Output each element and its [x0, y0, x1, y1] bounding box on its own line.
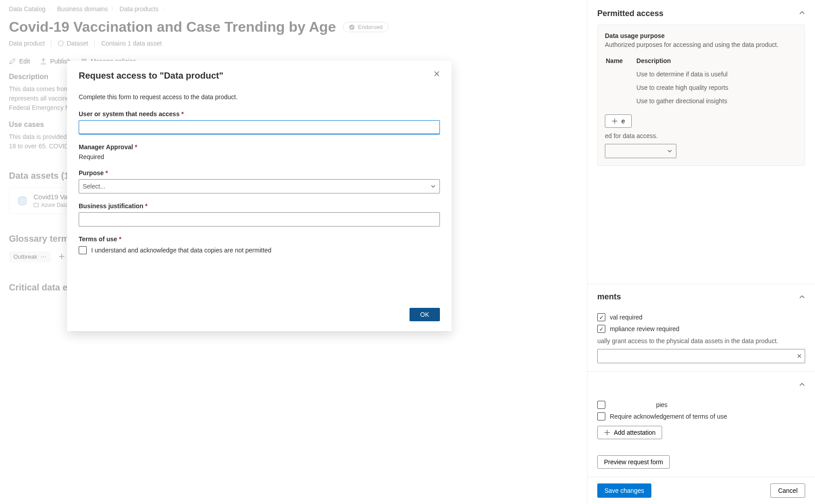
plus-icon: [604, 429, 610, 436]
cube-icon: [58, 40, 64, 46]
checkmark-circle-icon: [349, 24, 355, 30]
kind-label: Data product: [9, 40, 45, 47]
duration-note: ed for data access.: [605, 132, 798, 139]
more-icon[interactable]: ⋯: [41, 253, 46, 260]
type-label: Dataset: [58, 40, 88, 47]
checkbox-checked-icon[interactable]: [597, 313, 605, 321]
chevron-right-icon: 〉: [162, 6, 167, 12]
grant-access-input[interactable]: ✕: [597, 349, 805, 363]
justification-label: Business justification: [79, 202, 144, 210]
plus-icon: [612, 118, 618, 124]
publish-button[interactable]: Publish: [40, 58, 71, 65]
pencil-icon: [9, 58, 16, 65]
svg-rect-4: [34, 203, 38, 207]
require-ack-row[interactable]: Require acknowledgement of terms of use: [597, 412, 805, 420]
meta-row: Data product Dataset Contains 1 data ass…: [9, 40, 578, 47]
table-row: Use to determine if data is useful: [606, 68, 797, 80]
usage-purpose-title: Data usage purpose: [605, 32, 798, 39]
clear-icon[interactable]: ✕: [797, 353, 802, 360]
user-input[interactable]: [79, 120, 440, 134]
chevron-down-icon: [431, 184, 436, 189]
modal-intro: Complete this form to request access to …: [79, 93, 440, 101]
user-label: User or system that needs access: [79, 110, 180, 118]
table-row: Use to gather directional insights: [606, 95, 797, 107]
table-row: Use to create high quality reports: [606, 81, 797, 94]
tou-text: I understand and acknowledge that data c…: [91, 247, 271, 254]
close-icon: [434, 71, 440, 77]
asset-icon: [17, 195, 28, 206]
crumb-data-catalog[interactable]: Data Catalog: [9, 5, 46, 13]
cancel-button[interactable]: Cancel: [770, 483, 805, 498]
endorsed-badge: Endorsed: [343, 22, 388, 32]
terms-header[interactable]: Terms of use: [587, 372, 815, 397]
requirements-header[interactable]: ments: [587, 284, 815, 310]
side-panel: Permitted access Data usage purpose Auth…: [587, 0, 815, 504]
manager-value: Required: [79, 153, 440, 160]
purpose-select[interactable]: Select...: [79, 179, 440, 193]
approval-required-row[interactable]: val required: [597, 313, 805, 321]
breadcrumb: Data Catalog 〉 Business domains 〉 Data p…: [9, 5, 578, 13]
tou-label: Terms of use: [79, 235, 117, 243]
checkbox-checked-icon[interactable]: [597, 325, 605, 333]
edit-button[interactable]: Edit: [9, 58, 30, 65]
permitted-access-title: Permitted access: [597, 9, 663, 18]
chevron-up-icon: [799, 294, 805, 300]
chevron-right-icon: 〉: [49, 6, 54, 12]
chevron-up-icon: [799, 10, 805, 16]
chevron-up-icon: [799, 382, 805, 388]
chevron-right-icon: 〉: [111, 6, 116, 12]
close-button[interactable]: [434, 71, 440, 79]
page-title: Covid-19 Vaccination and Case Trending b…: [9, 19, 336, 35]
duration-select[interactable]: [605, 144, 676, 158]
checkbox-icon[interactable]: [79, 246, 87, 254]
chevron-down-icon: [667, 148, 672, 154]
checkbox-icon[interactable]: [597, 401, 605, 409]
contains-label: Contains 1 data asset: [101, 40, 161, 47]
ok-button[interactable]: OK: [410, 308, 440, 321]
col-name: Name: [606, 55, 636, 67]
usage-purpose-box: Data usage purpose Authorized purposes f…: [597, 25, 805, 166]
datalake-icon: [34, 202, 39, 208]
purpose-label: Purpose: [79, 169, 104, 176]
no-copies-row[interactable]: No data copiespies: [597, 401, 805, 409]
modal-title: Request access to "Data product": [79, 71, 224, 81]
upload-icon: [40, 58, 47, 65]
col-desc: Description: [637, 55, 797, 67]
grant-access-note: ually grant access to the physical data …: [597, 337, 805, 344]
crumb-data-products[interactable]: Data products: [119, 5, 158, 13]
compliance-review-row[interactable]: mpliance review required: [597, 325, 805, 333]
crumb-business-domains[interactable]: Business domains: [57, 5, 108, 13]
collapse-button[interactable]: [799, 10, 805, 17]
justification-input[interactable]: [79, 212, 440, 227]
add-attestation-button[interactable]: Add attestation: [597, 426, 662, 439]
glossary-chip[interactable]: Outbreak⋯: [9, 251, 51, 262]
preview-request-button[interactable]: Preview request form: [597, 455, 670, 469]
requirements-title: ments: [597, 292, 621, 302]
save-changes-button[interactable]: Save changes: [597, 483, 651, 498]
add-glossary-button[interactable]: [55, 250, 68, 263]
add-purpose-button[interactable]: Add purposee: [605, 114, 632, 128]
manager-label: Manager Approval: [79, 143, 133, 151]
request-access-modal: Request access to "Data product" Complet…: [67, 61, 452, 331]
tou-checkbox-row[interactable]: I understand and acknowledge that data c…: [79, 246, 440, 254]
checkbox-icon[interactable]: [597, 412, 605, 420]
usage-purpose-desc: Authorized purposes for accessing and us…: [605, 41, 798, 48]
plus-icon: [58, 253, 65, 260]
